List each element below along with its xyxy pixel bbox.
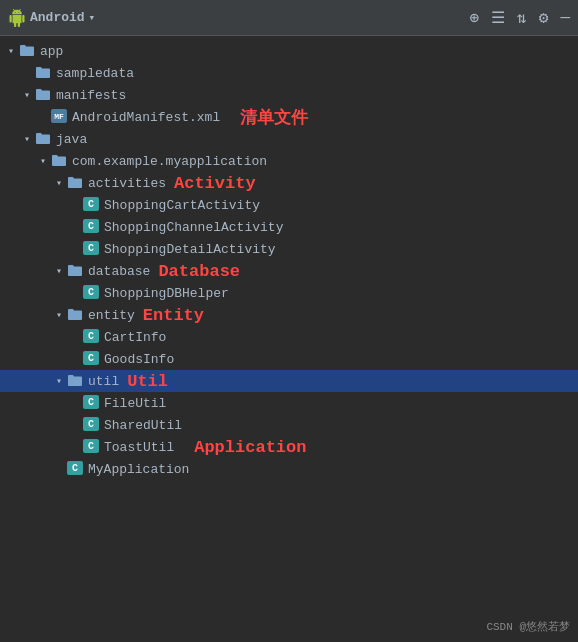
tree-item-label: entity [88,308,135,323]
tree-item-label: AndroidManifest.xml [72,110,220,125]
tree-annotation: Application [194,438,306,457]
class-icon: C [83,241,99,255]
class-icon: C [83,197,99,211]
class-icon: C [83,329,99,343]
header: Android ▾ ⊕ ☰ ⇅ ⚙ — [0,0,578,36]
file-icon-folder [34,131,52,147]
header-title: Android [30,10,85,25]
tree-item-label: ShoppingCartActivity [104,198,260,213]
tree-row-database[interactable]: ▾databaseDatabase [0,260,578,282]
tree-item-label: SharedUtil [104,418,182,433]
class-icon: C [83,395,99,409]
file-icon-c: C [66,461,84,477]
file-icon-c: C [82,417,100,433]
tree-arrow[interactable]: ▾ [20,89,34,101]
tree-row-FileUtil[interactable]: CFileUtil [0,392,578,414]
file-icon-folder [34,87,52,103]
file-icon-c: C [82,197,100,213]
tree-annotation: Util [127,372,168,391]
tree-arrow[interactable]: ▾ [4,45,18,57]
file-icon-c: C [82,241,100,257]
tree-item-label: FileUtil [104,396,166,411]
watermark: CSDN @悠然若梦 [486,619,570,634]
android-icon [8,9,26,27]
tree-row-util[interactable]: ▾utilUtil [0,370,578,392]
tree-arrow[interactable]: ▾ [36,155,50,167]
tree-item-label: GoodsInfo [104,352,174,367]
tree-arrow[interactable]: ▾ [52,265,66,277]
header-add-icon[interactable]: ⊕ [469,8,479,28]
tree-row-ToastUtil[interactable]: CToastUtilApplication [0,436,578,458]
tree-row-CartInfo[interactable]: CCartInfo [0,326,578,348]
header-settings-icon[interactable]: ⚙ [539,8,549,28]
tree-arrow[interactable]: ▾ [52,375,66,387]
tree-annotation: Database [158,262,240,281]
tree-row-activities[interactable]: ▾activitiesActivity [0,172,578,194]
file-icon-folder [66,175,84,191]
tree-arrow[interactable]: ▾ [20,133,34,145]
file-icon-folder [66,307,84,323]
tree-row-SharedUtil[interactable]: CSharedUtil [0,414,578,436]
file-icon-folder [66,373,84,389]
manifest-icon: MF [51,109,67,123]
tree-annotation: Entity [143,306,204,325]
file-icon-mf: MF [50,109,68,125]
tree-row-ShoppingChannelActivity[interactable]: CShoppingChannelActivity [0,216,578,238]
header-chevron[interactable]: ▾ [89,11,96,24]
tree-item-label: database [88,264,150,279]
tree-arrow[interactable]: ▾ [52,309,66,321]
file-icon-c: C [82,329,100,345]
tree-item-label: java [56,132,87,147]
file-icon-folder [34,65,52,81]
class-icon: C [83,439,99,453]
file-icon-folder [50,153,68,169]
tree-item-label: com.example.myapplication [72,154,267,169]
tree-item-label: app [40,44,63,59]
tree-item-label: sampledata [56,66,134,81]
tree-row-GoodsInfo[interactable]: CGoodsInfo [0,348,578,370]
file-icon-c: C [82,351,100,367]
tree-row-manifests[interactable]: ▾manifests [0,84,578,106]
tree-item-label: ShoppingChannelActivity [104,220,283,235]
file-tree: ▾appsampledata▾manifestsMFAndroidManifes… [0,36,578,642]
header-list-icon[interactable]: ☰ [491,8,505,28]
class-icon: C [83,219,99,233]
file-icon-c: C [82,439,100,455]
header-minimize-icon[interactable]: — [560,9,570,27]
tree-item-label: CartInfo [104,330,166,345]
file-icon-c: C [82,395,100,411]
tree-item-label: MyApplication [88,462,189,477]
tree-item-label: activities [88,176,166,191]
tree-annotation: Activity [174,174,256,193]
tree-arrow[interactable]: ▾ [52,177,66,189]
tree-row-ShoppingDetailActivity[interactable]: CShoppingDetailActivity [0,238,578,260]
file-icon-c: C [82,219,100,235]
file-icon-folder [66,263,84,279]
file-icon-c: C [82,285,100,301]
tree-row-androidmanifest[interactable]: MFAndroidManifest.xml清单文件 [0,106,578,128]
tree-row-MyApplication[interactable]: CMyApplication [0,458,578,480]
tree-row-ShoppingCartActivity[interactable]: CShoppingCartActivity [0,194,578,216]
header-collapse-icon[interactable]: ⇅ [517,8,527,28]
tree-row-ShoppingDBHelper[interactable]: CShoppingDBHelper [0,282,578,304]
tree-row-java[interactable]: ▾java [0,128,578,150]
tree-row-com.example[interactable]: ▾com.example.myapplication [0,150,578,172]
tree-row-entity[interactable]: ▾entityEntity [0,304,578,326]
file-icon-folder [18,43,36,59]
class-icon: C [83,285,99,299]
tree-item-label: util [88,374,119,389]
tree-item-label: ShoppingDBHelper [104,286,229,301]
class-icon: C [83,417,99,431]
tree-row-sampledata[interactable]: sampledata [0,62,578,84]
header-icons: ⊕ ☰ ⇅ ⚙ — [469,8,570,28]
class-icon: C [67,461,83,475]
tree-item-label: manifests [56,88,126,103]
tree-item-label: ShoppingDetailActivity [104,242,276,257]
class-icon: C [83,351,99,365]
tree-row-app[interactable]: ▾app [0,40,578,62]
tree-item-label: ToastUtil [104,440,174,455]
tree-annotation: 清单文件 [240,106,308,129]
